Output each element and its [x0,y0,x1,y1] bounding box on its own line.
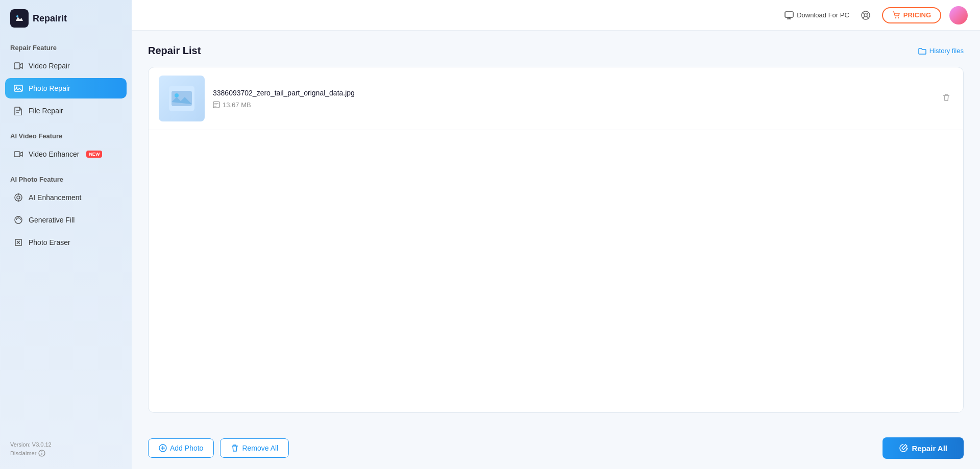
add-photo-button[interactable]: Add Photo [148,438,214,458]
main-content: Download For PC PRICING Repair Lis [132,0,980,469]
image-preview-icon [169,86,194,111]
repair-feature-section: Repair Feature [0,39,132,55]
trash-icon [942,93,951,102]
sidebar-item-video-enhancer[interactable]: Video Enhancer NEW [5,144,127,164]
remove-all-icon [231,444,239,452]
download-for-pc-button[interactable]: Download For PC [785,11,849,20]
sidebar-item-generative-fill[interactable]: Generative Fill [5,210,127,230]
app-name: Repairit [33,13,67,24]
history-files-label: History files [929,47,964,55]
file-name: 3386093702_zero_tail_part_orignal_data.j… [213,89,932,97]
support-icon [861,10,871,20]
ai-enhancement-icon [13,192,23,203]
file-info: 3386093702_zero_tail_part_orignal_data.j… [213,89,932,109]
cart-icon [892,11,900,19]
content-area: Repair List History files [132,31,980,427]
svg-point-4 [16,87,17,88]
repair-list: 3386093702_zero_tail_part_orignal_data.j… [148,67,964,413]
svg-rect-17 [785,12,793,17]
sidebar-item-photo-eraser[interactable]: Photo Eraser [5,232,127,253]
content-header: Repair List History files [148,45,964,57]
video-enhancer-label: Video Enhancer [29,150,79,158]
file-size-icon [213,101,220,108]
video-repair-icon [13,61,23,71]
photo-repair-label: Photo Repair [29,84,70,92]
disclaimer-text: Disclaimer [10,450,36,456]
svg-rect-29 [172,91,192,106]
pricing-button[interactable]: PRICING [882,7,941,23]
download-label: Download For PC [797,11,849,19]
page-title: Repair List [148,45,201,57]
bottom-left-actions: Add Photo Remove All [148,438,289,458]
svg-point-21 [864,14,867,17]
table-row: 3386093702_zero_tail_part_orignal_data.j… [149,67,963,130]
monitor-icon [785,11,794,20]
file-repair-icon [13,106,23,116]
generative-fill-icon [13,215,23,225]
repair-icon [899,443,908,453]
svg-line-24 [863,16,865,18]
ai-video-feature-section: AI Video Feature [0,127,132,143]
video-enhancer-icon [13,149,23,159]
svg-point-8 [17,196,20,199]
pricing-label: PRICING [903,11,931,19]
svg-rect-0 [14,13,25,24]
svg-point-26 [895,17,896,18]
delete-item-button[interactable] [940,91,953,107]
sidebar: Repairit Repair Feature Video Repair Pho… [0,0,132,469]
svg-rect-7 [14,152,20,157]
generative-fill-label: Generative Fill [29,216,75,224]
ai-photo-feature-section: AI Photo Feature [0,170,132,186]
app-logo[interactable]: Repairit [0,0,132,39]
disclaimer-link[interactable]: Disclaimer [10,450,121,457]
sidebar-footer: Version: V3.0.12 Disclaimer [0,437,132,461]
repair-all-button[interactable]: Repair All [883,437,964,459]
header: Download For PC PRICING [132,0,980,31]
sidebar-item-video-repair[interactable]: Video Repair [5,56,127,76]
video-repair-label: Video Repair [29,62,70,70]
new-badge: NEW [86,151,102,158]
sidebar-item-photo-repair[interactable]: Photo Repair [5,78,127,98]
folder-icon [918,47,926,55]
svg-line-22 [863,12,865,14]
add-icon [159,444,167,452]
file-thumbnail [159,76,205,121]
user-avatar[interactable] [949,6,968,24]
repair-all-label: Repair All [912,444,947,453]
photo-repair-icon [13,83,23,93]
info-icon [38,450,45,457]
svg-point-1 [16,15,18,17]
remove-all-button[interactable]: Remove All [220,438,289,458]
svg-point-13 [18,217,19,218]
svg-point-27 [898,17,899,18]
svg-rect-2 [14,63,20,69]
remove-all-label: Remove All [242,444,278,452]
version-label: Version: V3.0.12 [10,441,121,448]
svg-line-23 [867,12,869,14]
sidebar-item-ai-enhancement[interactable]: AI Enhancement [5,187,127,208]
svg-point-9 [15,194,22,201]
file-size: 13.67 MB [213,101,932,109]
sidebar-item-file-repair[interactable]: File Repair [5,101,127,121]
add-photo-label: Add Photo [170,444,203,452]
svg-line-25 [867,16,869,18]
ai-enhancement-label: AI Enhancement [29,193,82,202]
bottom-bar: Add Photo Remove All Repair All [132,427,980,469]
svg-point-30 [175,93,179,97]
support-button[interactable] [857,7,874,23]
photo-eraser-icon [13,237,23,248]
svg-point-16 [42,451,42,452]
logo-icon [10,9,29,28]
history-files-button[interactable]: History files [918,47,964,55]
photo-eraser-label: Photo Eraser [29,238,70,246]
file-repair-label: File Repair [29,107,63,115]
